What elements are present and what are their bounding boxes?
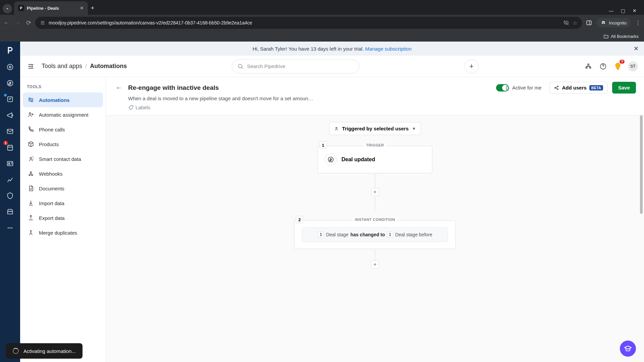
sidebar-item-webhooks[interactable]: Webhooks: [23, 166, 103, 181]
sidebar-item-merge-duplicates[interactable]: Merge duplicates: [23, 225, 103, 240]
rail-leads-icon[interactable]: [5, 62, 15, 72]
sidebar-item-label: Automatic assignment: [39, 112, 89, 118]
search-input[interactable]: Search Pipedrive: [232, 59, 359, 73]
incognito-indicator[interactable]: Incognito: [597, 18, 631, 27]
sidebar-item-automations[interactable]: Automations: [23, 93, 103, 107]
connector-line: [375, 250, 375, 260]
svg-point-24: [555, 87, 556, 88]
back-icon[interactable]: ←: [3, 19, 9, 26]
svg-point-4: [7, 64, 13, 70]
node-number: 1: [319, 141, 327, 149]
field-chip: 1: [318, 232, 324, 238]
pipedrive-logo-icon[interactable]: [5, 45, 15, 56]
sidebar-collapse-icon[interactable]: [26, 62, 36, 71]
sidebar-item-documents[interactable]: Documents: [23, 181, 103, 196]
rail-products-icon[interactable]: [5, 191, 15, 200]
incognito-label: Incognito: [609, 20, 627, 25]
triggered-by-dropdown[interactable]: Triggered by selected users ▼: [329, 122, 421, 135]
labels-button[interactable]: Labels: [128, 105, 636, 110]
sidebar-item-smart-contact[interactable]: Smart contact data: [23, 152, 103, 166]
toast-text: Activating automation...: [23, 348, 76, 354]
academy-fab[interactable]: [620, 341, 636, 357]
svg-point-14: [11, 227, 13, 229]
automation-title: Re-engage with inactive deals: [128, 84, 219, 92]
eye-off-icon[interactable]: [563, 20, 569, 26]
add-step-button[interactable]: +: [371, 260, 379, 268]
svg-rect-0: [587, 21, 591, 25]
tab-list-dropdown[interactable]: [3, 4, 12, 13]
sidebar-item-automatic-assignment[interactable]: Automatic assignment: [23, 107, 103, 122]
connector-line: [375, 175, 375, 188]
integrations-icon[interactable]: [584, 62, 593, 71]
help-icon[interactable]: [598, 62, 608, 71]
condition-node[interactable]: 2 INSTANT CONDITION 1 Deal stage has cha…: [294, 220, 456, 249]
forward-icon[interactable]: →: [15, 19, 21, 26]
rail-contacts-icon[interactable]: [5, 159, 15, 168]
node-title: Deal updated: [341, 157, 375, 163]
back-button[interactable]: ←: [114, 83, 123, 93]
new-tab-button[interactable]: +: [88, 1, 97, 15]
documents-icon: [27, 184, 35, 192]
side-panel-icon[interactable]: [586, 20, 592, 26]
svg-point-21: [29, 175, 30, 176]
sidebar-item-import-data[interactable]: Import data: [23, 196, 103, 210]
rail-campaigns-icon[interactable]: [5, 111, 15, 120]
active-toggle[interactable]: Active for me: [496, 84, 542, 92]
rail-marketplace-icon[interactable]: [5, 207, 15, 217]
close-tab-icon[interactable]: ✕: [80, 5, 84, 11]
window-close-icon[interactable]: ✕: [633, 8, 637, 13]
svg-point-23: [30, 172, 31, 173]
rail-mail-icon[interactable]: [5, 127, 15, 136]
rail-activities-icon[interactable]: 1: [5, 143, 15, 152]
products-icon: [27, 140, 35, 148]
activating-toast: Activating automation...: [6, 343, 83, 359]
export-icon: [27, 214, 35, 222]
bookmark-star-icon[interactable]: ☆: [573, 20, 577, 26]
browser-menu-icon[interactable]: ⋮: [635, 20, 641, 26]
address-bar[interactable]: moodjoy.pipedrive.com/settings/automatio…: [35, 17, 582, 29]
svg-point-3: [604, 22, 605, 24]
automations-icon: [27, 96, 35, 104]
all-bookmarks-link[interactable]: All Bookmarks: [611, 34, 639, 39]
rail-deals-icon[interactable]: [5, 78, 15, 88]
minimize-icon[interactable]: —: [609, 8, 613, 13]
chevron-down-icon: ▼: [412, 126, 416, 131]
rail-more-icon[interactable]: [5, 223, 15, 233]
sidebar-item-label: Smart contact data: [39, 156, 81, 162]
breadcrumb-root[interactable]: Tools and apps: [42, 63, 82, 69]
add-step-button[interactable]: +: [371, 188, 379, 196]
svg-point-13: [9, 227, 11, 229]
save-button[interactable]: Save: [612, 82, 636, 94]
quick-add-button[interactable]: +: [465, 59, 479, 73]
sidebar-item-phone-calls[interactable]: Phone calls: [23, 122, 103, 137]
manage-subscription-link[interactable]: Manage subscription: [365, 46, 412, 52]
banner-close-icon[interactable]: ✕: [634, 45, 639, 52]
svg-point-20: [30, 157, 32, 159]
reload-icon[interactable]: ⟳: [26, 19, 31, 26]
avatar[interactable]: ST: [628, 61, 638, 71]
svg-point-19: [29, 113, 31, 114]
browser-tab[interactable]: P Pipeline - Deals ✕: [14, 1, 88, 15]
node-tag: INSTANT CONDITION: [353, 218, 397, 222]
sidebar-item-export-data[interactable]: Export data: [23, 210, 103, 225]
sidebar-item-label: Products: [39, 141, 59, 147]
site-info-icon[interactable]: [40, 20, 45, 25]
add-users-button[interactable]: Add users BETA: [549, 82, 607, 94]
assistant-icon[interactable]: ?: [613, 62, 623, 71]
rail-insights-icon[interactable]: [5, 175, 15, 184]
sidebar-item-label: Documents: [39, 186, 64, 191]
sidebar-item-label: Automations: [39, 97, 70, 103]
url-text: moodjoy.pipedrive.com/settings/automatio…: [49, 20, 560, 25]
scrollbar[interactable]: [640, 115, 643, 362]
svg-rect-9: [8, 145, 13, 150]
trigger-node[interactable]: 1 TRIGGER Deal updated: [318, 146, 432, 173]
maximize-icon[interactable]: ▢: [621, 8, 625, 13]
svg-point-12: [8, 227, 9, 229]
svg-point-11: [8, 163, 10, 164]
svg-point-18: [31, 100, 33, 102]
field-chip: 1: [387, 232, 393, 238]
rail-projects-icon[interactable]: [5, 95, 15, 104]
tab-title: Pipeline - Deals: [27, 6, 77, 11]
spinner-icon: [13, 348, 19, 354]
sidebar-item-products[interactable]: Products: [23, 137, 103, 152]
